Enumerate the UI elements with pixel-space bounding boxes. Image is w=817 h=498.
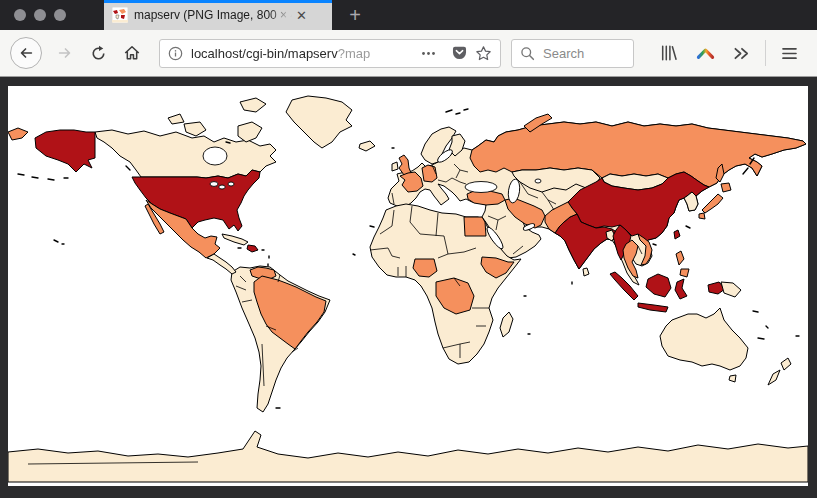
zoom-window-button[interactable] xyxy=(54,9,66,21)
country-japan-hokkaido xyxy=(721,183,731,192)
back-arrow-icon xyxy=(17,44,35,62)
home-icon xyxy=(123,44,141,62)
country-philippines-mindanao xyxy=(680,269,689,277)
tab-close-icon[interactable]: ✕ xyxy=(296,9,307,22)
forward-button[interactable] xyxy=(56,44,74,62)
reload-button[interactable] xyxy=(90,45,107,62)
new-tab-button[interactable]: + xyxy=(338,0,372,30)
search-magnifier-icon xyxy=(520,46,535,61)
great-lakes xyxy=(210,182,218,187)
double-chevron-icon xyxy=(733,46,750,61)
home-button[interactable] xyxy=(123,44,141,62)
window-controls xyxy=(14,9,66,21)
hudson-bay xyxy=(203,147,227,165)
url-bar[interactable]: localhost/cgi-bin/mapserv?map xyxy=(159,39,501,68)
forward-arrow-icon xyxy=(56,44,74,62)
pocket-icon[interactable] xyxy=(452,46,467,60)
title-bar: mapserv (PNG Image, 800 × 400 ✕ + xyxy=(0,0,817,30)
world-choropleth-svg xyxy=(8,86,808,486)
great-lakes xyxy=(228,182,234,186)
reload-icon xyxy=(90,45,107,62)
info-icon xyxy=(168,46,183,61)
black-sea xyxy=(465,182,497,193)
library-icon xyxy=(660,44,678,62)
toolbar-right-icons xyxy=(651,40,807,66)
toolbar-separator xyxy=(765,40,766,66)
country-ireland xyxy=(392,162,398,171)
menu-button[interactable] xyxy=(781,47,798,60)
library-button[interactable] xyxy=(660,44,678,62)
tab-title: mapserv (PNG Image, 800 × 400 xyxy=(134,8,292,22)
world-map-image[interactable] xyxy=(8,86,808,486)
search-bar[interactable] xyxy=(511,39,634,68)
close-window-button[interactable] xyxy=(14,9,26,21)
browser-content-area xyxy=(0,77,817,498)
minimize-window-button[interactable] xyxy=(34,9,46,21)
navigation-toolbar: localhost/cgi-bin/mapserv?map xyxy=(0,30,817,77)
extension-button[interactable] xyxy=(696,46,715,61)
search-input[interactable] xyxy=(541,45,625,62)
country-germany xyxy=(422,165,437,182)
great-lakes xyxy=(219,185,225,189)
tab-mapserv[interactable]: mapserv (PNG Image, 800 × 400 ✕ xyxy=(104,0,332,30)
country-japan-kyushu xyxy=(699,213,705,219)
back-button[interactable] xyxy=(10,37,42,69)
country-egypt xyxy=(464,217,486,236)
aral-sea xyxy=(535,179,541,183)
overflow-menu-button[interactable] xyxy=(733,46,750,61)
hamburger-menu-icon xyxy=(781,47,798,60)
bookmark-star-icon[interactable] xyxy=(475,45,492,62)
rainbow-arc-icon xyxy=(696,46,715,61)
tab-favicon-world-map-icon xyxy=(112,7,128,23)
browser-window: mapserv (PNG Image, 800 × 400 ✕ + localh… xyxy=(0,0,817,498)
url-text[interactable]: localhost/cgi-bin/mapserv?map xyxy=(191,46,413,61)
page-actions-ellipsis-icon[interactable] xyxy=(421,51,436,56)
